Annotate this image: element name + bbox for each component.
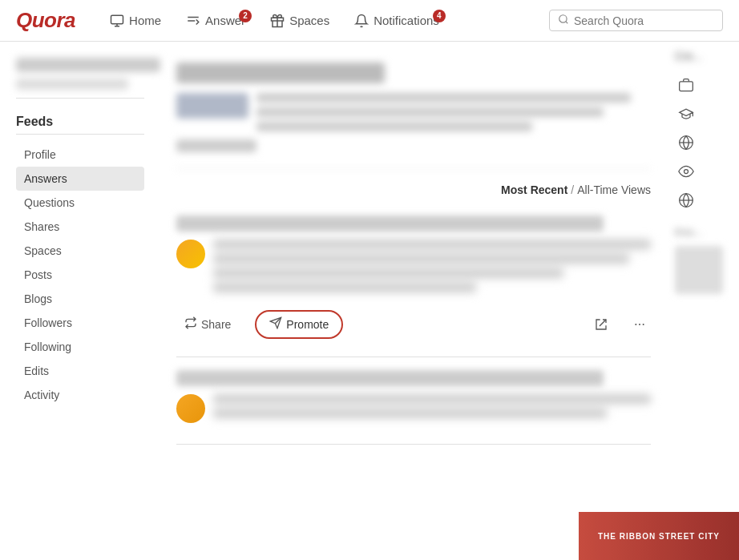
nav-item-notifications[interactable]: Notifications 4	[344, 6, 449, 35]
right-sidebar-icon-4[interactable]	[675, 157, 731, 186]
card-avatar-2	[176, 394, 205, 423]
right-sidebar-icon-5[interactable]	[675, 186, 731, 215]
feeds-sort-header: Most Recent / All-Time Views	[176, 177, 651, 203]
sort-all-time[interactable]: All-Time Views	[577, 183, 651, 196]
notifications-badge: 4	[433, 10, 446, 22]
left-sidebar: Feeds Profile Answers Questions Shares S…	[0, 42, 160, 453]
svg-point-9	[639, 324, 640, 325]
sidebar-item-activity[interactable]: Activity	[16, 383, 144, 407]
nav-label-notifications: Notifications	[374, 14, 439, 27]
notifications-icon	[353, 13, 370, 29]
card-title-blurred-2	[176, 370, 604, 386]
logo: Quora	[16, 8, 75, 33]
search-bar[interactable]	[549, 10, 723, 31]
search-input[interactable]	[574, 14, 714, 27]
main-content: Most Recent / All-Time Views	[160, 42, 667, 453]
promote-label: Promote	[286, 318, 329, 331]
search-icon	[558, 14, 569, 27]
svg-rect-0	[111, 15, 123, 24]
svg-point-5	[559, 15, 567, 22]
content-card-2	[176, 357, 651, 445]
answer-icon	[185, 13, 201, 29]
svg-line-6	[566, 22, 568, 24]
svg-point-10	[643, 324, 644, 325]
sidebar-item-followers[interactable]: Followers	[16, 311, 144, 335]
header: Quora Home Answer 2 Spaces Notificat	[0, 0, 739, 42]
right-sidebar-create-title: Cre...	[675, 50, 731, 62]
home-icon	[109, 13, 125, 29]
right-sidebar-icon-1[interactable]	[675, 71, 731, 99]
sidebar-item-blogs[interactable]: Blogs	[16, 287, 144, 311]
card-avatar-1	[176, 240, 205, 268]
sidebar-item-edits[interactable]: Edits	[16, 359, 144, 383]
svg-rect-11	[680, 82, 693, 91]
svg-point-8	[635, 324, 636, 325]
promote-button[interactable]: Promote	[255, 310, 343, 339]
share-label: Share	[201, 318, 231, 331]
card-text-1	[213, 240, 651, 297]
right-sidebar-icon-2[interactable]	[675, 99, 731, 128]
right-sidebar-know-title: Kno...	[675, 226, 731, 238]
sidebar-item-answers[interactable]: Answers	[16, 167, 144, 191]
nav-label-home: Home	[129, 14, 161, 27]
main-nav: Home Answer 2 Spaces Notifications 4	[99, 6, 549, 35]
more-options-button[interactable]	[628, 313, 651, 336]
card-text-2	[213, 394, 651, 423]
sort-most-recent[interactable]: Most Recent	[501, 183, 567, 196]
forward-button[interactable]	[590, 313, 612, 336]
card-body-1	[176, 240, 651, 297]
card-title-blurred-1	[176, 216, 604, 232]
sidebar-item-questions[interactable]: Questions	[16, 191, 144, 215]
promote-icon	[269, 316, 282, 332]
right-sidebar: Cre... Kno...	[667, 42, 739, 453]
content-card-1: Share Promote	[176, 203, 651, 357]
spaces-icon	[269, 13, 285, 29]
share-icon	[184, 316, 197, 332]
svg-point-14	[684, 170, 689, 174]
right-sidebar-icon-3[interactable]	[675, 128, 731, 157]
answer-badge: 2	[239, 10, 252, 22]
page-body: Feeds Profile Answers Questions Shares S…	[0, 42, 739, 453]
nav-item-answer[interactable]: Answer 2	[176, 6, 255, 35]
action-bar-1: Share Promote	[176, 305, 651, 344]
sidebar-item-following[interactable]: Following	[16, 335, 144, 359]
sidebar-item-shares[interactable]: Shares	[16, 215, 144, 239]
nav-item-spaces[interactable]: Spaces	[260, 6, 339, 35]
sidebar-nav: Profile Answers Questions Shares Spaces …	[16, 143, 144, 407]
nav-label-spaces: Spaces	[289, 14, 329, 27]
sidebar-item-posts[interactable]: Posts	[16, 263, 144, 287]
card-body-2	[176, 394, 651, 423]
share-button-1[interactable]: Share	[176, 312, 239, 337]
sidebar-item-profile[interactable]: Profile	[16, 143, 144, 167]
nav-item-home[interactable]: Home	[99, 6, 171, 35]
sidebar-item-spaces[interactable]: Spaces	[16, 239, 144, 263]
feeds-title: Feeds	[16, 115, 144, 135]
